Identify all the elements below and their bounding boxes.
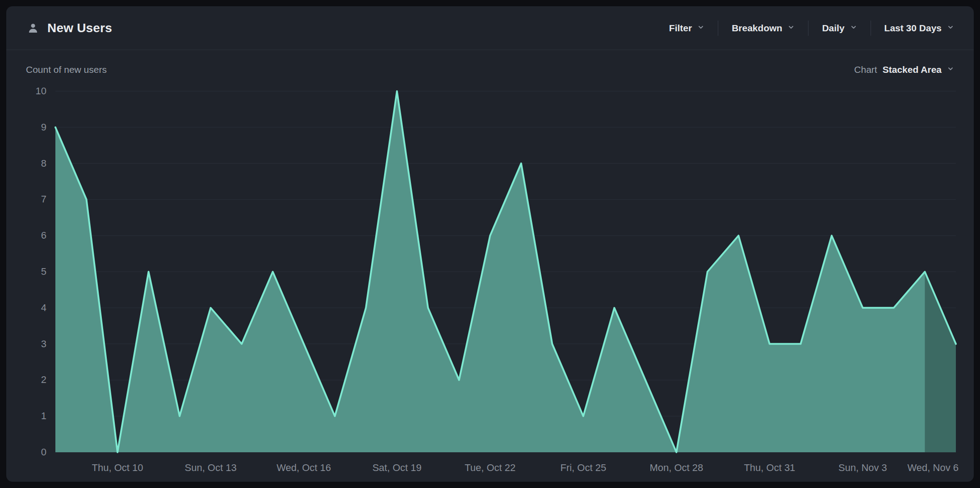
chart-subheader: Count of new users Chart Stacked Area	[6, 50, 974, 75]
chevron-down-icon	[787, 24, 795, 33]
partial-period-overlay	[925, 272, 956, 452]
filter-button[interactable]: Filter	[656, 23, 718, 34]
new-users-card: New Users Filter Breakdown Daily	[6, 6, 974, 482]
x-tick-label: Wed, Nov 6	[907, 462, 959, 473]
chevron-down-icon	[697, 24, 704, 33]
x-tick-label: Tue, Oct 22	[465, 462, 515, 473]
filter-label: Filter	[669, 23, 692, 34]
person-icon	[26, 21, 40, 35]
y-tick-label: 1	[41, 410, 46, 421]
y-tick-label: 10	[36, 85, 46, 97]
chart-region: 012345678910Thu, Oct 10Sun, Oct 13Wed, O…	[6, 75, 974, 482]
y-tick-label: 7	[41, 194, 46, 205]
y-tick-label: 2	[41, 374, 46, 385]
header-controls: Filter Breakdown Daily Las	[656, 21, 954, 36]
breakdown-button[interactable]: Breakdown	[718, 23, 808, 34]
x-tick-label: Thu, Oct 31	[744, 462, 795, 473]
chart-type-value: Stacked Area	[883, 64, 942, 75]
x-tick-label: Wed, Oct 16	[276, 462, 331, 473]
breakdown-label: Breakdown	[732, 23, 782, 34]
y-tick-label: 4	[41, 302, 46, 313]
metric-label: Count of new users	[26, 64, 107, 75]
x-tick-label: Sun, Nov 3	[838, 462, 887, 473]
chevron-down-icon	[850, 24, 857, 33]
y-tick-label: 0	[41, 446, 46, 458]
date-range-label: Last 30 Days	[884, 23, 942, 34]
y-tick-label: 9	[41, 122, 46, 133]
chevron-down-icon	[947, 65, 954, 74]
chevron-down-icon	[947, 24, 954, 33]
card-header: New Users Filter Breakdown Daily	[6, 6, 974, 50]
granularity-label: Daily	[822, 23, 844, 34]
title-group: New Users	[26, 21, 112, 35]
x-tick-label: Mon, Oct 28	[649, 462, 703, 473]
chart-type-select[interactable]: Chart Stacked Area	[854, 64, 954, 75]
date-range-button[interactable]: Last 30 Days	[871, 23, 954, 34]
x-tick-label: Fri, Oct 25	[560, 462, 606, 473]
chart-canvas[interactable]: 012345678910Thu, Oct 10Sun, Oct 13Wed, O…	[6, 75, 974, 482]
y-tick-label: 6	[41, 230, 46, 241]
chart-type-caption: Chart	[854, 64, 877, 75]
x-tick-label: Thu, Oct 10	[92, 462, 143, 473]
granularity-button[interactable]: Daily	[808, 23, 870, 34]
x-tick-label: Sun, Oct 13	[184, 462, 236, 473]
page-title: New Users	[47, 21, 112, 35]
x-tick-label: Sat, Oct 19	[373, 462, 422, 473]
y-tick-label: 3	[41, 338, 46, 349]
y-tick-label: 8	[41, 158, 46, 169]
y-tick-label: 5	[41, 266, 46, 277]
